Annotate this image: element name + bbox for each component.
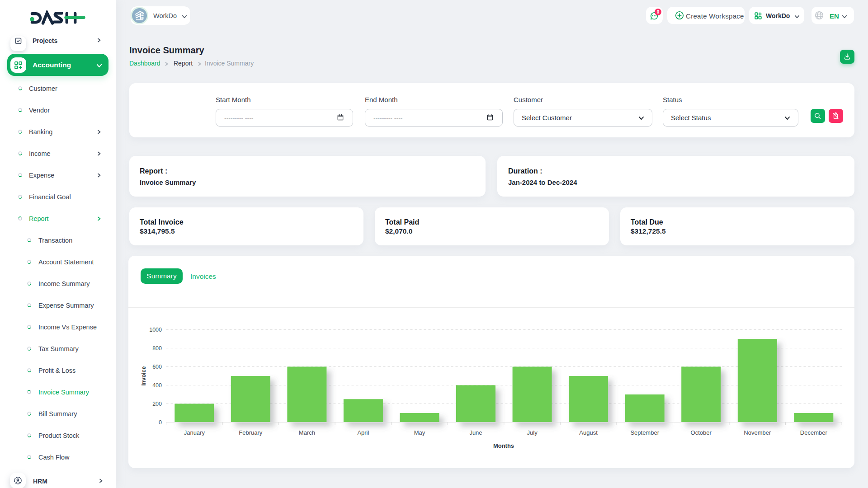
svg-text:800: 800 [152,345,162,352]
svg-text:Invoice: Invoice [141,366,147,385]
svg-text:May: May [414,429,425,436]
svg-text:0: 0 [159,419,162,426]
svg-text:200: 200 [152,401,162,407]
svg-text:600: 600 [152,364,162,370]
svg-text:November: November [744,429,771,436]
svg-text:February: February [239,429,263,436]
svg-text:April: April [357,429,369,436]
svg-text:October: October [691,429,712,436]
svg-text:400: 400 [152,382,162,389]
svg-text:December: December [800,429,828,436]
svg-text:August: August [579,429,598,436]
svg-text:June: June [469,429,482,436]
svg-text:September: September [630,429,659,436]
svg-text:1000: 1000 [149,327,162,333]
svg-text:July: July [527,429,538,436]
svg-text:March: March [299,429,315,436]
svg-text:January: January [184,429,205,436]
svg-text:Months: Months [493,442,514,449]
